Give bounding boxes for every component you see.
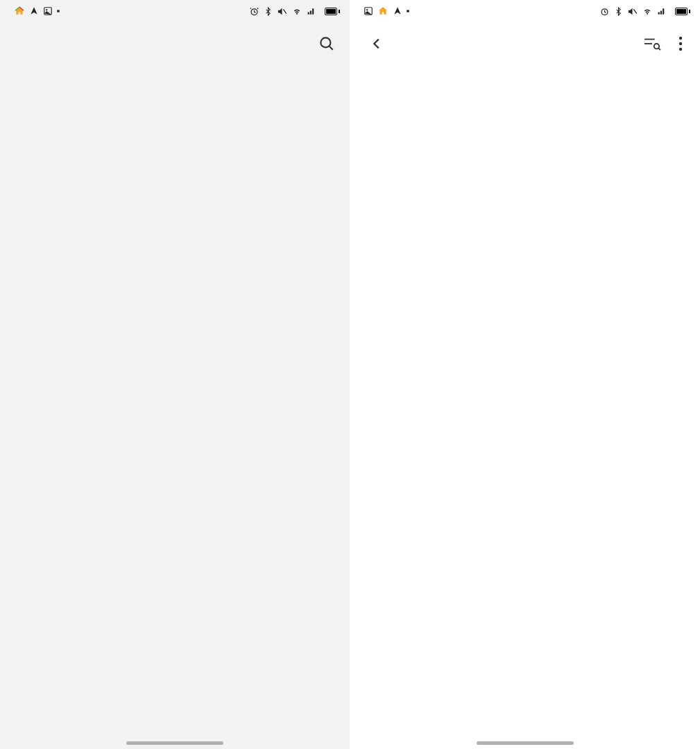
gesture-handle: [477, 741, 574, 745]
bluetooth-icon: [264, 6, 273, 17]
send-icon: [393, 6, 402, 16]
svg-point-12: [654, 44, 659, 49]
search-icon: [318, 35, 336, 53]
image-icon: [364, 6, 373, 16]
wifi-icon: [642, 7, 653, 16]
signal-icon: [657, 7, 667, 16]
send-icon: [29, 6, 39, 16]
image-icon: [43, 6, 53, 16]
svg-point-16: [679, 48, 682, 51]
filter-search-icon: [643, 36, 661, 51]
battery-icon: [675, 8, 690, 15]
more-dot-icon: [57, 10, 60, 12]
page-header: [350, 22, 700, 71]
svg-line-13: [658, 48, 660, 50]
alarm-icon: [249, 6, 259, 17]
more-button[interactable]: [674, 33, 688, 54]
svg-line-3: [283, 9, 286, 13]
apps-list[interactable]: [350, 71, 700, 749]
chevron-left-icon: [369, 36, 384, 51]
google-home-icon: [377, 6, 389, 17]
svg-line-9: [633, 9, 636, 13]
svg-point-15: [679, 42, 682, 45]
google-home-icon: [14, 6, 25, 17]
signal-icon: [307, 7, 316, 16]
svg-point-14: [679, 37, 682, 40]
mute-icon: [627, 6, 638, 17]
apps-screen: [350, 0, 700, 749]
status-bar: [350, 0, 700, 22]
page-header: [0, 22, 350, 71]
alarm-icon: [599, 6, 610, 17]
filter-search-button[interactable]: [642, 33, 663, 54]
more-dot-icon: [407, 10, 409, 12]
more-vertical-icon: [678, 36, 683, 51]
gesture-handle: [126, 741, 223, 745]
back-button[interactable]: [366, 33, 387, 54]
wifi-icon: [291, 7, 302, 16]
settings-list[interactable]: [0, 71, 350, 749]
svg-point-1: [46, 9, 47, 10]
status-bar: [0, 0, 350, 22]
battery-icon: [325, 8, 340, 15]
svg-line-5: [330, 46, 333, 50]
svg-point-4: [321, 37, 330, 47]
bluetooth-icon: [614, 6, 623, 17]
svg-point-7: [366, 9, 368, 10]
settings-screen: [0, 0, 350, 749]
search-button[interactable]: [316, 33, 337, 54]
mute-icon: [277, 6, 287, 17]
